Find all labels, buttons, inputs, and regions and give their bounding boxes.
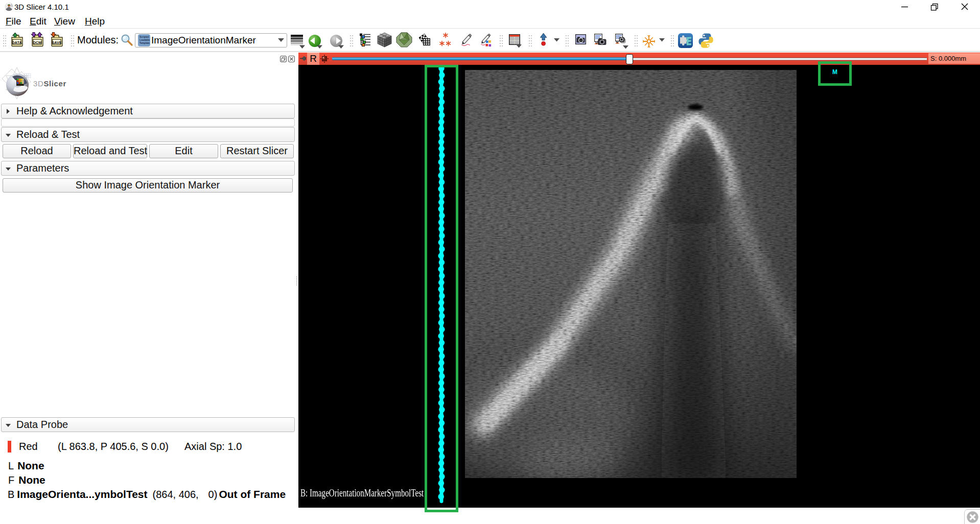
svg-text:DATA: DATA — [12, 40, 22, 45]
svg-text:DCM: DCM — [33, 40, 41, 45]
svg-text:Scripted: Scripted — [139, 36, 149, 38]
svg-text:Template: Template — [139, 42, 150, 44]
svg-text:SAVE: SAVE — [52, 40, 62, 45]
svg-text:Loadable: Loadable — [139, 39, 150, 41]
